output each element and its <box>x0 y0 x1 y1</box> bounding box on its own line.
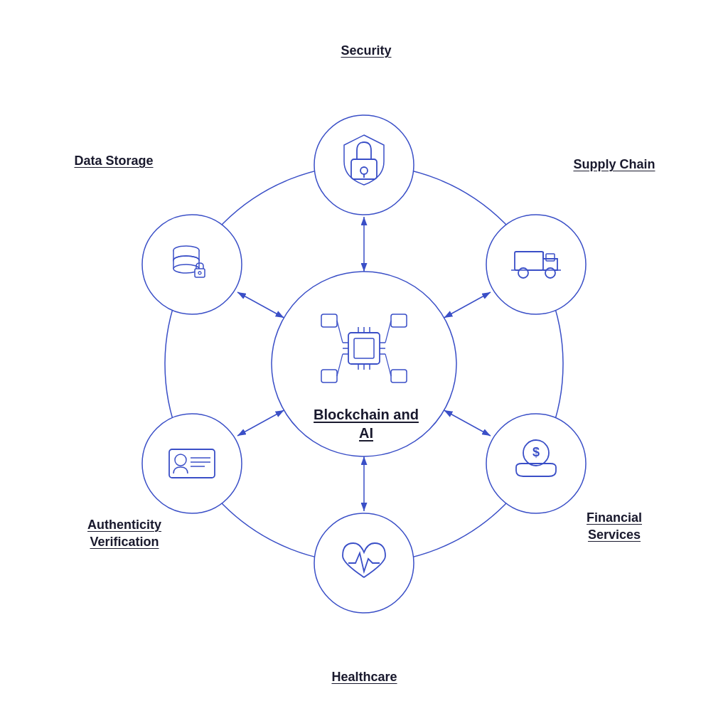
financial-label: Financial Services <box>568 510 660 543</box>
svg-point-13 <box>314 513 414 613</box>
svg-rect-43 <box>348 333 380 364</box>
svg-line-9 <box>237 292 284 318</box>
authenticity-label: Authenticity Verification <box>64 517 185 550</box>
svg-rect-44 <box>354 338 374 358</box>
svg-point-21 <box>518 268 528 278</box>
svg-line-60 <box>385 321 391 343</box>
svg-point-11 <box>486 215 586 314</box>
svg-line-5 <box>444 292 491 318</box>
healthcare-label: Healthcare <box>320 669 409 685</box>
diagram-container: $ <box>0 0 728 728</box>
security-label: Security <box>327 43 405 59</box>
svg-rect-41 <box>195 269 205 277</box>
svg-point-14 <box>142 414 242 513</box>
center-label: Blockchain and AI <box>313 405 419 442</box>
data-storage-label: Data Storage <box>68 153 160 169</box>
svg-line-6 <box>444 410 491 436</box>
svg-rect-57 <box>321 314 337 327</box>
svg-point-22 <box>545 268 555 278</box>
svg-line-58 <box>337 321 343 343</box>
svg-rect-59 <box>391 314 407 327</box>
svg-point-10 <box>314 115 414 215</box>
svg-text:$: $ <box>532 445 540 459</box>
svg-rect-61 <box>321 370 337 382</box>
svg-line-62 <box>337 354 343 376</box>
svg-line-64 <box>385 354 391 376</box>
supply-chain-label: Supply Chain <box>572 156 657 173</box>
svg-rect-63 <box>391 370 407 382</box>
svg-line-8 <box>237 410 284 436</box>
